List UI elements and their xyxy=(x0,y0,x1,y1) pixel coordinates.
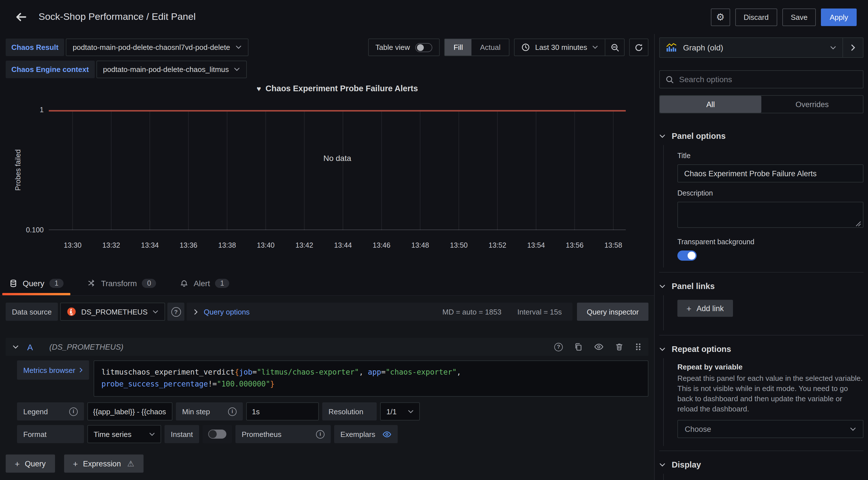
variable-select-chaos-engine-context[interactable]: podtato-main-pod-delete-chaos_litmus xyxy=(96,61,247,78)
x-axis-tick: 13:48 xyxy=(411,241,429,249)
time-picker: Last 30 minutes xyxy=(514,38,625,56)
visualization-name: Graph (old) xyxy=(683,43,723,52)
zoom-out-button[interactable] xyxy=(605,39,624,56)
time-range-button[interactable]: Last 30 minutes xyxy=(515,39,605,56)
tab-count-badge: 0 xyxy=(142,278,156,287)
datasource-row: Data source DS_PROMETHEUS ? Query option… xyxy=(6,303,648,321)
query-editor: Data source DS_PROMETHEUS ? Query option… xyxy=(0,296,654,480)
promql-token: litmuschaos_experiment_verdict xyxy=(101,368,235,376)
tab-label: Transform xyxy=(101,278,137,287)
repeat-description: Repeat this panel for each value in the … xyxy=(677,373,864,414)
options-search-input[interactable] xyxy=(679,75,857,84)
tab-transform[interactable]: Transform 0 xyxy=(84,271,159,295)
chevron-down-icon xyxy=(408,409,413,413)
back-button[interactable] xyxy=(11,7,31,27)
x-axis-labels: 13:3013:3213:3413:3613:3813:4013:4213:44… xyxy=(49,241,626,250)
repeat-variable-select[interactable]: Choose xyxy=(677,420,864,438)
promql-token: job xyxy=(239,368,252,376)
heart-icon: ♥ xyxy=(257,84,261,93)
variable-select-chaos-result[interactable]: podtato-main-pod-delete-chaosnl7vd-pod-d… xyxy=(66,38,248,56)
save-button[interactable]: Save xyxy=(782,8,816,26)
prometheus-label-text: Prometheus xyxy=(242,430,281,438)
repeat-variable-placeholder: Choose xyxy=(685,425,711,433)
delete-query-button[interactable] xyxy=(615,342,623,351)
tab-alert[interactable]: Alert 1 xyxy=(177,271,233,295)
promql-code-editor[interactable]: litmuschaos_experiment_verdict{job="litm… xyxy=(94,361,649,397)
query-inspector-button[interactable]: Query inspector xyxy=(577,303,648,321)
section-panel-options[interactable]: Panel options xyxy=(659,129,864,143)
add-expression-button[interactable]: + Expression ⚠ xyxy=(64,454,143,473)
plot-area[interactable]: 1 0.100 No data xyxy=(49,110,626,230)
options-sections: Panel options Title Description Transpar… xyxy=(659,129,864,480)
tab-count-badge: 1 xyxy=(49,278,64,287)
exemplars-toggle[interactable]: Exemplars xyxy=(334,425,398,443)
add-link-button[interactable]: + Add link xyxy=(677,300,733,317)
x-axis-tick: 13:50 xyxy=(450,241,468,249)
visualization-picker: Graph (old) xyxy=(659,37,864,58)
query-buttons: + Query + Expression ⚠ xyxy=(6,454,648,473)
editor-tabs: Query 1 Transform 0 Alert 1 xyxy=(0,271,654,296)
datasource-help-button[interactable]: ? xyxy=(167,303,184,321)
discard-button[interactable]: Discard xyxy=(735,8,777,26)
format-select[interactable]: Time series xyxy=(87,425,161,443)
info-icon: i xyxy=(69,407,78,416)
metrics-browser-label: Metrics browser xyxy=(23,366,75,374)
query-options-link[interactable]: Query options xyxy=(204,307,250,316)
resize-handle-icon[interactable] xyxy=(856,221,861,227)
transparent-bg-toggle[interactable] xyxy=(677,250,697,261)
apply-button[interactable]: Apply xyxy=(821,8,857,26)
toggle-viz-suggestions-button[interactable] xyxy=(842,38,863,57)
add-query-button[interactable]: + Query xyxy=(6,454,55,473)
filter-tab-overrides[interactable]: Overrides xyxy=(761,96,863,113)
panel-description-textarea[interactable] xyxy=(677,202,864,228)
promql-token: , xyxy=(457,368,461,376)
eye-icon xyxy=(382,431,392,438)
table-view-switch[interactable] xyxy=(415,43,433,52)
x-axis-tick: 13:58 xyxy=(604,241,622,249)
query-options-strip: Query options MD = auto = 1853 Interval … xyxy=(187,303,572,321)
panel-settings-button[interactable]: ⚙ xyxy=(711,8,730,26)
legend-input[interactable] xyxy=(87,402,173,420)
section-display[interactable]: Display xyxy=(659,458,864,472)
legend-label-text: Legend xyxy=(23,407,48,416)
prometheus-icon xyxy=(67,307,76,316)
arrow-left-icon xyxy=(15,11,27,23)
actual-mode-button[interactable]: Actual xyxy=(471,39,509,56)
chevron-down-icon xyxy=(659,284,665,288)
datasource-picker[interactable]: DS_PROMETHEUS xyxy=(60,303,165,321)
add-link-label: Add link xyxy=(697,304,724,312)
metrics-browser-button[interactable]: Metrics browser xyxy=(17,361,89,380)
variable-value: podtato-main-pod-delete-chaos_litmus xyxy=(103,65,229,74)
section-panel-links[interactable]: Panel links xyxy=(659,279,864,293)
chevron-down-icon xyxy=(830,46,836,49)
promql-token: { xyxy=(235,368,239,376)
min-step-input[interactable] xyxy=(246,402,319,420)
description-field-label: Description xyxy=(677,189,864,197)
drag-handle[interactable] xyxy=(635,342,642,351)
toolbar: Chaos Result podtato-main-pod-delete-cha… xyxy=(6,38,648,78)
tab-query[interactable]: Query 1 xyxy=(6,271,67,295)
query-help-button[interactable]: ? xyxy=(554,343,563,351)
panel-title-input[interactable] xyxy=(677,164,864,182)
fill-mode-button[interactable]: Fill xyxy=(445,39,471,56)
help-icon: ? xyxy=(554,343,563,351)
table-view-toggle[interactable]: Table view xyxy=(368,38,440,56)
query-row-actions: ? xyxy=(554,342,642,351)
chart-grid xyxy=(49,110,626,230)
resolution-select[interactable]: 1/1 xyxy=(380,402,420,420)
promql-token: app xyxy=(368,368,381,376)
format-value: Time series xyxy=(94,430,131,438)
refresh-button[interactable] xyxy=(629,38,648,56)
repeat-options-body: Repeat by variable Repeat this panel for… xyxy=(663,358,864,446)
section-repeat-options[interactable]: Repeat options xyxy=(659,342,864,356)
filter-tab-all[interactable]: All xyxy=(660,96,761,113)
instant-toggle[interactable] xyxy=(208,430,226,439)
tab-count-badge: 1 xyxy=(215,278,229,287)
toggle-query-visibility-button[interactable] xyxy=(594,343,603,351)
query-row-header[interactable]: A (DS_PROMETHEUS) ? xyxy=(6,338,648,356)
description-field xyxy=(677,202,864,230)
options-search xyxy=(659,70,864,89)
duplicate-query-button[interactable] xyxy=(574,342,583,351)
add-expression-label: Expression xyxy=(83,459,121,468)
visualization-select[interactable]: Graph (old) xyxy=(660,38,842,57)
